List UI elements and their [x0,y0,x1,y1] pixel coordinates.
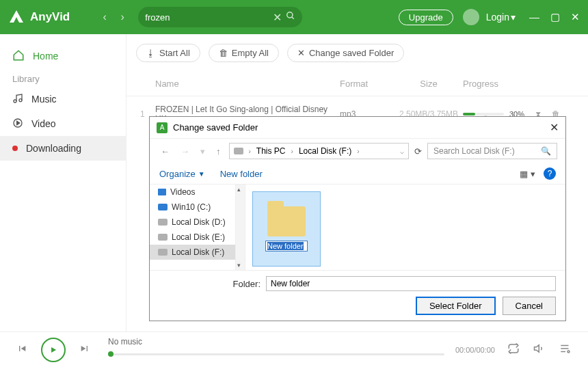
tree-item-f[interactable]: Local Disk (F:) [150,245,245,260]
tree-item-e[interactable]: Local Disk (E:) [150,230,245,245]
playlist-icon[interactable] [559,342,572,357]
video-icon [12,118,23,131]
dialog-footer: Folder: Select Folder Cancel [150,270,565,321]
player-right [507,342,572,357]
time-display: 00:00/00:00 [455,346,495,354]
dialog-search[interactable]: Search Local Disk (F:) 🔍 [427,143,557,159]
sidebar-item-home[interactable]: Home [0,44,126,68]
search-input[interactable] [145,12,273,23]
path-root[interactable]: This PC [256,146,286,156]
file-area[interactable]: New folder [245,185,565,270]
sidebar-item-music[interactable]: Music [0,87,126,111]
chevron-down-icon[interactable]: ⌵ [400,148,404,155]
folder-name-text: New folder [267,242,304,250]
close-icon[interactable]: ✕ [571,11,580,23]
maximize-icon[interactable]: ▢ [550,11,560,23]
login-button[interactable]: Login▾ [486,12,516,23]
folder-tile[interactable]: New folder [252,191,321,267]
clear-icon[interactable]: ✕ [273,11,282,24]
recent-icon[interactable]: ▾ [198,145,208,158]
cancel-button[interactable]: Cancel [503,297,556,315]
titlebar: AnyVid ‹ › ✕ Upgrade Login▾ — ▢ ✕ [0,0,588,34]
scroll-up-icon[interactable]: ▴ [237,186,241,193]
chevron-right-icon: › [249,148,251,155]
change-folder-label: Change saved Folder [309,48,394,58]
sidebar-section-label: Library [0,68,126,87]
download-icon: ⭳ [146,48,155,58]
table-header: Name Format Size Progress [126,72,588,96]
drive-icon [158,219,168,226]
upgrade-button[interactable]: Upgrade [399,10,453,25]
organize-label: Organize [159,169,196,179]
search-box: ✕ [138,7,302,27]
app-icon: A [157,122,168,133]
tree-label: Local Disk (E:) [172,232,225,242]
sidebar-item-label: Music [31,94,57,105]
folder-dialog: A Change saved Folder ✕ ← → ▾ ↑ › This P… [149,116,566,321]
sidebar-item-video[interactable]: Video [0,111,126,136]
back-icon[interactable]: ← [158,145,172,158]
close-icon[interactable]: ✕ [550,121,559,134]
svg-point-3 [19,98,22,101]
app-logo: AnyVid [8,9,70,25]
tree-item-c[interactable]: Win10 (C:) [150,200,245,215]
nav-arrows: ‹ › [97,10,130,25]
avatar[interactable] [463,9,479,25]
search-icon[interactable] [286,11,295,23]
col-progress: Progress [463,79,574,89]
tree-item-d[interactable]: Local Disk (D:) [150,215,245,230]
drive-icon [158,249,168,256]
login-label: Login [486,12,509,23]
dialog-titlebar: A Change saved Folder ✕ [150,117,565,139]
organize-button[interactable]: Organize ▼ [159,169,205,179]
nav-forward-icon[interactable]: › [115,10,130,25]
volume-icon[interactable] [533,342,546,357]
dialog-views: ▦ ▾ ? [520,167,556,180]
folder-tree: Videos Win10 (C:) Local Disk (D:) Local … [150,185,245,270]
seek-bar[interactable] [108,353,444,355]
nav-back-icon[interactable]: ‹ [97,10,112,25]
folder-field-input[interactable] [266,276,556,291]
next-icon[interactable] [79,343,90,357]
refresh-icon[interactable]: ⟳ [414,146,422,157]
folder-field-label: Folder: [159,279,260,289]
svg-point-2 [14,100,16,103]
select-folder-button[interactable]: Select Folder [416,297,496,315]
svg-line-1 [292,17,294,19]
help-icon[interactable]: ? [544,167,556,180]
empty-all-label: Empty All [232,48,269,58]
new-folder-button[interactable]: New folder [220,169,263,179]
app-name: AnyVid [30,10,70,24]
scroll-down-icon[interactable]: ▾ [237,262,241,269]
view-icon[interactable]: ▦ ▾ [520,169,535,179]
empty-all-button[interactable]: 🗑 Empty All [209,44,279,62]
dialog-body: Videos Win10 (C:) Local Disk (D:) Local … [150,185,565,270]
tree-label: Videos [170,187,195,197]
svg-point-8 [567,351,570,353]
sidebar-item-label: Video [31,118,56,129]
scrollbar[interactable]: ▴ ▾ [235,185,245,270]
dropdown-icon: ▾ [511,12,516,23]
play-button[interactable] [41,338,66,362]
chevron-right-icon: › [291,148,293,155]
previous-icon[interactable] [16,343,27,357]
forward-icon[interactable]: → [178,145,192,158]
path-crumb[interactable]: Local Disk (F:) [299,146,351,156]
path-bar[interactable]: › This PC › Local Disk (F:) › ⌵ [229,143,410,159]
col-format: Format [340,79,395,89]
up-icon[interactable]: ↑ [213,145,224,158]
playback-controls [16,338,90,362]
folder-field-row: Folder: [159,276,556,291]
drive-icon [158,234,168,241]
start-all-button[interactable]: ⭳ Start All [136,44,200,62]
change-folder-button[interactable]: ✕ Change saved Folder [287,44,404,62]
home-icon [12,49,25,64]
minimize-icon[interactable]: — [529,11,539,23]
sidebar-item-downloading[interactable]: Downloading [0,136,126,161]
repeat-icon[interactable] [507,342,520,357]
drive-icon [234,148,243,154]
folder-name-edit[interactable]: New folder [265,241,308,252]
sidebar-item-label: Downloading [26,143,81,154]
tree-item-videos[interactable]: Videos [150,185,245,200]
seek-handle[interactable] [108,351,113,357]
